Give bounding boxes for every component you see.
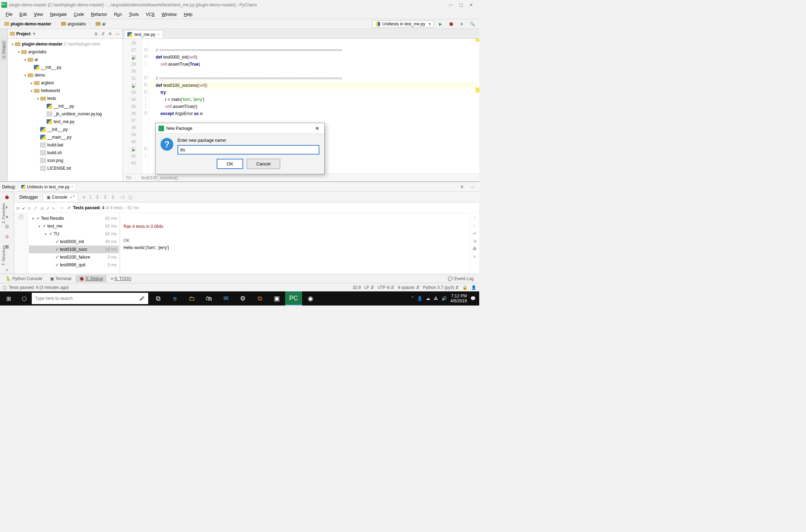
status-interpreter[interactable]: Python 3.7 (py3) ⇵ bbox=[423, 285, 459, 290]
tree-row[interactable]: ▾tests bbox=[8, 95, 122, 102]
btool-terminal[interactable]: ▣ Terminal bbox=[47, 275, 75, 282]
tree-row[interactable]: ▾demo bbox=[8, 71, 122, 79]
btool-todo[interactable]: ≡ 6: TODO bbox=[107, 275, 135, 282]
menu-file[interactable]: File bbox=[3, 11, 15, 18]
breadcrumb-item[interactable]: argoslabs bbox=[60, 21, 87, 27]
tree-row[interactable]: icon.png bbox=[8, 157, 122, 164]
status-position[interactable]: 32:9 bbox=[353, 285, 361, 290]
soft-wrap-icon[interactable]: ↲ bbox=[473, 231, 476, 236]
rerun-tests-icon[interactable]: ⟳ bbox=[16, 206, 20, 211]
test-tree-row[interactable]: ✔test0100_succ19 ms bbox=[29, 246, 119, 253]
package-name-input[interactable] bbox=[178, 145, 319, 155]
breadcrumb-root[interactable]: plugin-demo-master bbox=[3, 21, 53, 27]
editor-tab-test-me[interactable]: test_me.py × bbox=[124, 30, 163, 38]
collapse-icon[interactable]: ⇵ bbox=[101, 31, 106, 37]
menu-help[interactable]: Help bbox=[181, 11, 196, 18]
force-step-icon[interactable]: ↧ bbox=[102, 194, 108, 200]
photos-icon[interactable]: ⧉ bbox=[251, 291, 268, 306]
run-config-selector[interactable]: Unittests in test_me.py bbox=[372, 20, 434, 28]
status-indent[interactable]: 4 spaces ⇵ bbox=[398, 285, 419, 290]
tree-row[interactable]: ▾argoslabs bbox=[8, 48, 122, 56]
tab-debugger[interactable]: Debugger bbox=[16, 193, 42, 201]
close-tab-icon[interactable]: × bbox=[157, 32, 160, 37]
editor-crumb-func[interactable]: test0100_success() bbox=[141, 175, 178, 180]
collapse-all-icon[interactable]: ⤡ bbox=[52, 206, 55, 211]
test-tree-row[interactable]: ▾✔TU62 ms bbox=[29, 230, 119, 238]
expand-icon[interactable]: ⤢ bbox=[46, 206, 49, 211]
debug-settings-icon[interactable]: ✲ bbox=[458, 184, 466, 190]
test-tree-row[interactable]: ▾✔Test Results62 ms bbox=[29, 214, 119, 222]
show-ignored-icon[interactable]: ⊘ bbox=[28, 206, 31, 211]
minimize-button[interactable]: — bbox=[449, 2, 453, 7]
close-button[interactable]: ✕ bbox=[469, 2, 473, 7]
debug-run-tab[interactable]: Unittests in test_me.py × bbox=[19, 183, 76, 191]
tree-row[interactable]: __init__.py bbox=[8, 102, 122, 110]
fold-column[interactable]: ⊟⊟│⊟⊟⊟││⊟⊟│ bbox=[143, 39, 149, 174]
sort-time-icon[interactable]: ↓≡ bbox=[39, 206, 44, 211]
step-out-icon[interactable]: ↥ bbox=[110, 194, 116, 200]
menu-navigate[interactable]: Navigate bbox=[47, 11, 70, 18]
test-tree-row[interactable]: ▾✔test_me62 ms bbox=[29, 222, 119, 230]
tree-row[interactable]: ▾ai bbox=[8, 56, 122, 64]
tree-row[interactable]: __main__.py bbox=[8, 133, 122, 141]
test-tree-row[interactable]: ✔test9999_quit0 ms bbox=[29, 261, 119, 269]
btool-debug[interactable]: 🐞 5: Debug bbox=[76, 275, 107, 282]
btool-python-console[interactable]: 🐍 Python Console bbox=[2, 275, 46, 282]
menu-edit[interactable]: Edit bbox=[17, 11, 30, 18]
pycharm-app-icon[interactable]: PC bbox=[285, 291, 302, 306]
console-output[interactable]: Ran 4 tests in 0.064s OK Hello world ['t… bbox=[120, 213, 469, 274]
show-passed-icon[interactable]: ✔ bbox=[22, 206, 25, 211]
locate-icon[interactable]: ⊕ bbox=[94, 31, 98, 37]
debug-button[interactable]: 🐞 bbox=[447, 20, 455, 28]
sidetab-structure[interactable]: 7: Structure bbox=[1, 243, 6, 268]
chrome-icon[interactable]: ◉ bbox=[302, 291, 319, 306]
taskbar-clock[interactable]: 7:12 PM 4/5/2019 bbox=[450, 294, 467, 303]
evaluate-icon[interactable]: ▢ bbox=[127, 194, 134, 200]
print-icon[interactable]: 🖶 bbox=[473, 246, 477, 251]
tree-row[interactable]: __init__.py bbox=[8, 64, 122, 71]
history-icon[interactable]: 🕘 bbox=[18, 214, 24, 219]
network-icon[interactable]: 🖧 bbox=[434, 296, 438, 301]
sidetab-favorites[interactable]: 2: Favorites bbox=[1, 201, 6, 225]
task-view-icon[interactable]: ⧉ bbox=[150, 291, 167, 306]
tray-up-icon[interactable]: ˄ bbox=[411, 296, 414, 301]
ok-button[interactable]: OK bbox=[217, 159, 243, 169]
tree-row[interactable]: build.bat bbox=[8, 141, 122, 149]
status-encoding[interactable]: UTF-8 ⇵ bbox=[378, 285, 394, 290]
menu-run[interactable]: Run bbox=[111, 11, 125, 18]
tree-row[interactable]: test_me.py bbox=[8, 118, 122, 126]
taskbar-search[interactable]: Type here to search 🎤 bbox=[32, 293, 148, 304]
start-button[interactable]: ⊞ bbox=[0, 291, 17, 306]
tree-row[interactable]: ▾helloworld bbox=[8, 87, 122, 95]
step-over-icon[interactable]: ≡ bbox=[81, 194, 86, 200]
dialog-close-icon[interactable]: ✕ bbox=[313, 125, 321, 132]
edge-icon[interactable]: e bbox=[167, 291, 184, 306]
menu-refactor[interactable]: Refactor bbox=[88, 11, 110, 18]
mic-icon[interactable]: 🎤 bbox=[139, 296, 145, 301]
speaker-icon[interactable]: 🔊 bbox=[441, 296, 447, 301]
tree-row[interactable]: _jb_unittest_runner.py.log bbox=[8, 110, 122, 118]
step-into-my-icon[interactable]: ↧ bbox=[94, 194, 101, 200]
status-line-ending[interactable]: LF ⇵ bbox=[365, 285, 374, 290]
debug-hide-icon[interactable]: — bbox=[469, 184, 477, 190]
scroll-end-icon[interactable]: ⇲ bbox=[473, 238, 476, 243]
hide-icon[interactable]: — bbox=[115, 31, 120, 37]
search-everywhere-button[interactable]: 🔍 bbox=[468, 20, 476, 28]
test-tree-row[interactable]: ✔test0200_failure3 ms bbox=[29, 253, 119, 261]
sidetab-project[interactable]: 1: Project bbox=[1, 40, 7, 60]
lock-icon[interactable]: 🔒 bbox=[462, 285, 468, 290]
menu-window[interactable]: Window bbox=[159, 11, 180, 18]
status-widget-icon[interactable]: ▢ bbox=[3, 285, 7, 290]
test-tree-row[interactable]: ✔test0000_init40 ms bbox=[29, 238, 119, 246]
menu-tools[interactable]: Tools bbox=[126, 11, 142, 18]
maximize-button[interactable]: ▢ bbox=[459, 2, 463, 7]
menu-vcs[interactable]: VCS bbox=[143, 11, 157, 18]
hat-icon[interactable]: 👤 bbox=[471, 285, 476, 290]
tree-row[interactable]: ▸argtest bbox=[8, 79, 122, 87]
explorer-icon[interactable]: 🗀 bbox=[184, 291, 200, 306]
project-tree[interactable]: ▾plugin-demo-masterC:\work\plugin-dem▾ar… bbox=[8, 39, 122, 181]
settings-app-icon[interactable]: ⚙ bbox=[234, 291, 251, 306]
mail-icon[interactable]: ✉ bbox=[217, 291, 234, 306]
tree-row[interactable]: build.sh bbox=[8, 149, 122, 157]
run-button[interactable]: ▶ bbox=[436, 20, 445, 28]
